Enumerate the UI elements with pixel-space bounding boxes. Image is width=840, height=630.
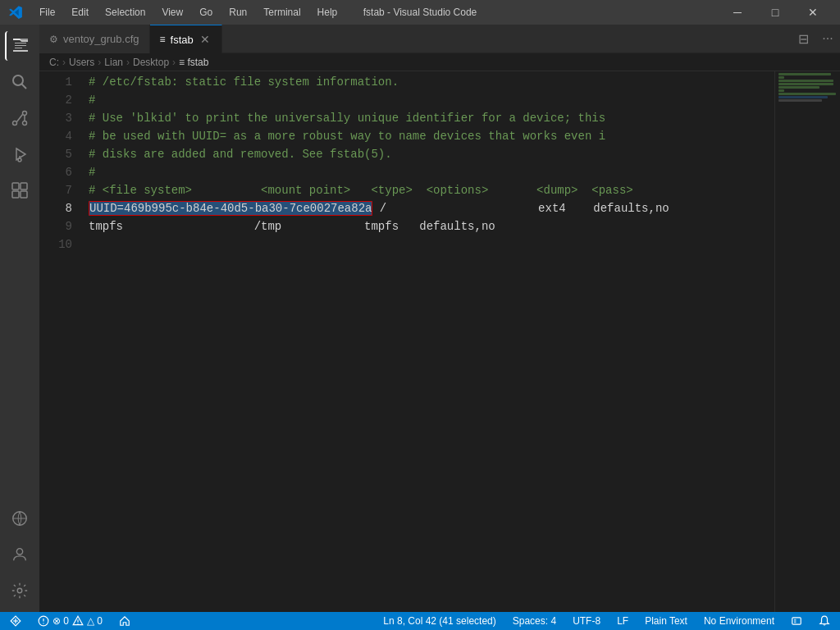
minimap <box>774 71 840 612</box>
accounts-icon[interactable] <box>5 540 34 569</box>
line-num-2: 2 <box>39 91 72 109</box>
search-icon[interactable] <box>5 67 34 97</box>
remote-manage-item[interactable] <box>788 612 806 630</box>
breadcrumb-fstab[interactable]: ≡ fstab <box>179 57 208 68</box>
env-text: No Environment <box>704 615 774 627</box>
activity-bar <box>0 25 39 612</box>
errors-status-item[interactable]: ⊗ 0 △ 0 <box>34 612 106 630</box>
svg-rect-11 <box>21 183 27 189</box>
menu-selection[interactable]: Selection <box>98 5 152 20</box>
svg-point-20 <box>43 623 43 623</box>
window-controls: ─ □ ✕ <box>719 0 832 25</box>
svg-rect-13 <box>21 191 27 198</box>
line-num-1: 1 <box>39 73 72 91</box>
breadcrumb-desktop[interactable]: Desktop <box>133 57 169 68</box>
svg-point-8 <box>18 158 21 162</box>
spaces-text: Spaces: 4 <box>513 615 556 627</box>
main-layout: ⚙ ventoy_grub.cfg ≡ fstab ✕ ⊟ ··· C: › U… <box>0 25 840 612</box>
status-bar-left: ⊗ 0 △ 0 <box>7 612 134 630</box>
language-mode-item[interactable]: Plain Text <box>641 612 691 630</box>
maximize-button[interactable]: □ <box>756 0 794 25</box>
tab-fstab-close-button[interactable]: ✕ <box>199 31 212 48</box>
line-num-8: 8 <box>39 199 72 217</box>
menu-go[interactable]: Go <box>193 5 219 20</box>
close-button[interactable]: ✕ <box>794 0 832 25</box>
eol-item[interactable]: LF <box>614 612 632 630</box>
minimap-content <box>775 71 840 104</box>
breadcrumb-lian[interactable]: Lian <box>104 57 123 68</box>
menu-help[interactable]: Help <box>311 5 345 20</box>
svg-rect-23 <box>792 618 801 624</box>
tab-ventoy[interactable]: ⚙ ventoy_grub.cfg <box>39 25 150 53</box>
editor-content[interactable]: 1 2 3 4 5 6 7 8 9 10 # /etc/fstab: stati… <box>39 71 840 612</box>
error-icon <box>38 615 49 627</box>
code-line-2: # <box>89 91 774 109</box>
source-control-icon[interactable] <box>5 103 34 133</box>
editor-area: ⚙ ventoy_grub.cfg ≡ fstab ✕ ⊟ ··· C: › U… <box>39 25 840 612</box>
line-num-4: 4 <box>39 127 72 145</box>
home-icon <box>119 615 130 627</box>
menu-run[interactable]: Run <box>222 5 253 20</box>
settings-icon[interactable] <box>5 576 34 605</box>
split-editor-button[interactable]: ⊟ <box>791 25 815 53</box>
language-mode-text: Plain Text <box>645 615 687 627</box>
line-num-6: 6 <box>39 163 72 181</box>
breadcrumb-c[interactable]: C: <box>49 57 59 68</box>
line-num-5: 5 <box>39 145 72 163</box>
status-bar: ⊗ 0 △ 0 Ln 8, Col 42 (41 selected) Space… <box>0 612 840 630</box>
tab-fstab[interactable]: ≡ fstab ✕ <box>150 25 222 53</box>
svg-point-22 <box>77 623 78 624</box>
menu-view[interactable]: View <box>155 5 189 20</box>
line-num-9: 9 <box>39 217 72 235</box>
menu-terminal[interactable]: Terminal <box>257 5 307 20</box>
title-bar: File Edit Selection View Go Run Terminal… <box>0 0 840 25</box>
code-line-8: UUID=469b995c-b84e-40d5-ba30-7ce0027ea82… <box>89 199 774 217</box>
svg-point-3 <box>13 121 17 126</box>
code-line-6: # <box>89 163 774 181</box>
remote-status-item[interactable] <box>7 612 25 630</box>
title-bar-left: File Edit Selection View Go Run Terminal… <box>8 5 344 20</box>
vscode-logo-icon <box>8 5 23 20</box>
env-item[interactable]: No Environment <box>701 612 778 630</box>
status-bar-right: Ln 8, Col 42 (41 selected) Spaces: 4 UTF… <box>380 612 833 630</box>
warnings-count: △ 0 <box>87 615 103 627</box>
menu-edit[interactable]: Edit <box>65 5 95 20</box>
warning-icon <box>72 615 84 627</box>
tab-fstab-label: fstab <box>171 34 194 46</box>
notifications-item[interactable] <box>815 612 833 630</box>
run-debug-icon[interactable] <box>5 139 34 169</box>
code-line-7: # <file system> <mount point> <type> <op… <box>89 181 774 199</box>
line-num-7: 7 <box>39 181 72 199</box>
encoding-text: UTF-8 <box>573 615 600 627</box>
svg-rect-12 <box>12 191 19 198</box>
code-line-5: # disks are added and removed. See fstab… <box>89 145 774 163</box>
cursor-position-text: Ln 8, Col 42 (41 selected) <box>383 615 495 627</box>
code-line-10 <box>89 235 774 253</box>
code-line-3: # Use 'blkid' to print the universally u… <box>89 109 774 127</box>
extensions-icon[interactable] <box>5 176 34 205</box>
svg-rect-0 <box>13 39 28 40</box>
breadcrumb-users[interactable]: Users <box>69 57 94 68</box>
more-actions-button[interactable]: ··· <box>815 25 840 53</box>
tab-ventoy-icon: ⚙ <box>49 34 58 45</box>
tab-fstab-icon: ≡ <box>160 34 166 45</box>
line-num-3: 3 <box>39 109 72 127</box>
encoding-item[interactable]: UTF-8 <box>569 612 604 630</box>
svg-point-5 <box>23 121 27 126</box>
code-editor[interactable]: # /etc/fstab: static file system informa… <box>80 71 774 612</box>
tab-ventoy-label: ventoy_grub.cfg <box>63 33 139 45</box>
home-status-item[interactable] <box>116 612 134 630</box>
remote-icon <box>10 615 21 627</box>
svg-point-4 <box>23 112 27 116</box>
spaces-item[interactable]: Spaces: 4 <box>509 612 559 630</box>
cursor-position-item[interactable]: Ln 8, Col 42 (41 selected) <box>380 612 499 630</box>
window-title: fstab - Visual Studio Code <box>363 7 477 18</box>
line-num-10: 10 <box>39 235 72 253</box>
bell-icon <box>819 615 830 627</box>
explorer-icon[interactable] <box>5 31 34 61</box>
minimize-button[interactable]: ─ <box>719 0 756 25</box>
remote-manage-icon <box>791 615 802 627</box>
menu-file[interactable]: File <box>33 5 62 20</box>
line-numbers: 1 2 3 4 5 6 7 8 9 10 <box>39 71 80 612</box>
remote-explorer-icon[interactable] <box>5 504 34 533</box>
